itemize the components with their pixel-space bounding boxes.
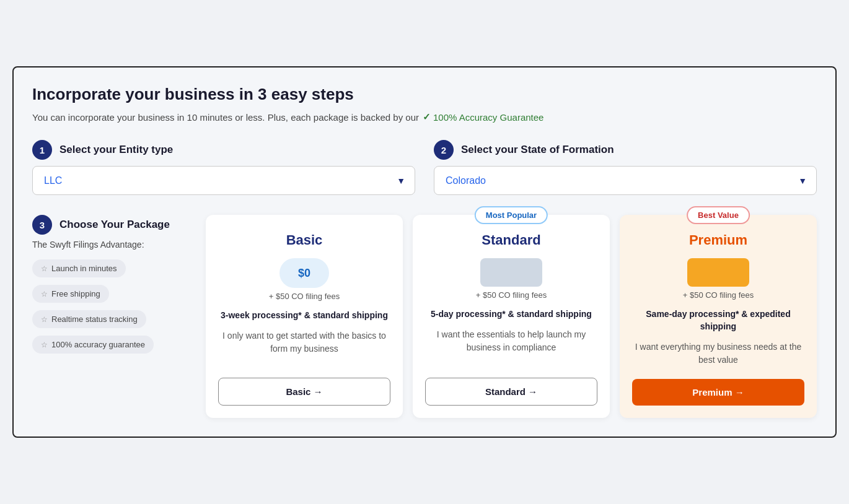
star-icon-launch: ☆ bbox=[41, 264, 48, 273]
bottom-section: 3 Choose Your Package The Swyft Filings … bbox=[32, 215, 817, 417]
step2-label: 2 Select your State of Formation bbox=[434, 140, 817, 160]
state-formation-select[interactable]: Colorado California Texas New York bbox=[434, 166, 817, 195]
state-formation-group: 2 Select your State of Formation Colorad… bbox=[434, 140, 817, 195]
premium-package-name: Premium bbox=[689, 232, 747, 248]
advantages-col: 3 Choose Your Package The Swyft Filings … bbox=[32, 215, 193, 360]
step2-badge: 2 bbox=[434, 140, 454, 160]
accuracy-link[interactable]: ✓ 100% Accuracy Guarantee bbox=[423, 111, 543, 123]
standard-filing-fee: + $50 CO filing fees bbox=[476, 290, 547, 300]
premium-filing-fee: + $50 CO filing fees bbox=[683, 290, 754, 300]
advantage-accuracy: ☆ 100% accuracy guarantee bbox=[32, 336, 154, 354]
standard-select-button[interactable]: Standard → bbox=[425, 378, 597, 406]
step3-title: Choose Your Package bbox=[59, 219, 170, 231]
entity-type-select[interactable]: LLC Corporation Nonprofit DBA bbox=[32, 166, 415, 195]
premium-package-card: Best Value Premium + $50 CO filing fees … bbox=[620, 215, 817, 417]
premium-select-button[interactable]: Premium → bbox=[632, 379, 804, 406]
star-icon-shipping: ☆ bbox=[41, 290, 48, 298]
advantage-tracking: ☆ Realtime status tracking bbox=[32, 310, 146, 328]
basic-select-button[interactable]: Basic → bbox=[218, 378, 390, 406]
advantage-heading: The Swyft Filings Advantage: bbox=[32, 240, 193, 250]
advantage-shipping-label: Free shipping bbox=[51, 289, 100, 298]
basic-filing-fee: + $50 CO filing fees bbox=[269, 292, 340, 301]
page-title: Incorporate your business in 3 easy step… bbox=[32, 85, 817, 104]
step1-title: Select your Entity type bbox=[59, 144, 173, 156]
subtitle-row: You can incorporate your business in 10 … bbox=[32, 111, 817, 123]
step3-badge: 3 bbox=[32, 215, 52, 235]
basic-description: I only want to get started with the basi… bbox=[218, 329, 390, 365]
entity-type-group: 1 Select your Entity type LLC Corporatio… bbox=[32, 140, 415, 195]
step1-label: 1 Select your Entity type bbox=[32, 140, 415, 160]
star-icon-tracking: ☆ bbox=[41, 315, 48, 324]
advantage-launch-label: Launch in minutes bbox=[51, 264, 117, 273]
state-dropdown-wrapper: Colorado California Texas New York ▼ bbox=[434, 166, 817, 195]
premium-description: I want everything my business needs at t… bbox=[632, 341, 804, 367]
star-icon-accuracy: ☆ bbox=[41, 341, 48, 349]
advantage-shipping: ☆ Free shipping bbox=[32, 285, 109, 303]
standard-price-placeholder bbox=[480, 258, 542, 287]
basic-package-name: Basic bbox=[286, 232, 323, 248]
entity-dropdown-wrapper: LLC Corporation Nonprofit DBA ▼ bbox=[32, 166, 415, 195]
step1-badge: 1 bbox=[32, 140, 52, 160]
step2-title: Select your State of Formation bbox=[461, 144, 614, 156]
step3-label: 3 Choose Your Package bbox=[32, 215, 193, 235]
accuracy-label: 100% Accuracy Guarantee bbox=[433, 112, 543, 123]
basic-processing: 3-week processing* & standard shipping bbox=[221, 310, 388, 322]
premium-processing: Same-day processing* & expedited shippin… bbox=[632, 308, 804, 332]
advantage-launch: ☆ Launch in minutes bbox=[32, 259, 126, 277]
premium-badge: Best Value bbox=[687, 206, 750, 224]
advantage-accuracy-label: 100% accuracy guarantee bbox=[51, 340, 145, 349]
standard-description: I want the essentials to help launch my … bbox=[425, 328, 597, 365]
subtitle-text: You can incorporate your business in 10 … bbox=[32, 112, 419, 123]
packages-row: Basic $0 + $50 CO filing fees 3-week pro… bbox=[206, 215, 817, 417]
main-container: Incorporate your business in 3 easy step… bbox=[12, 66, 837, 437]
advantage-tags-list: ☆ Launch in minutes ☆ Free shipping ☆ Re… bbox=[32, 259, 193, 360]
standard-badge: Most Popular bbox=[475, 206, 548, 224]
advantage-tracking-label: Realtime status tracking bbox=[51, 315, 138, 324]
standard-package-name: Standard bbox=[482, 232, 540, 248]
selectors-row: 1 Select your Entity type LLC Corporatio… bbox=[32, 140, 817, 195]
standard-processing: 5-day processing* & standard shipping bbox=[431, 308, 592, 321]
standard-package-card: Most Popular Standard + $50 CO filing fe… bbox=[413, 215, 610, 417]
premium-price-placeholder bbox=[687, 258, 749, 287]
basic-package-card: Basic $0 + $50 CO filing fees 3-week pro… bbox=[206, 215, 403, 417]
checkmark-icon: ✓ bbox=[423, 111, 431, 123]
basic-price: $0 bbox=[279, 258, 329, 288]
